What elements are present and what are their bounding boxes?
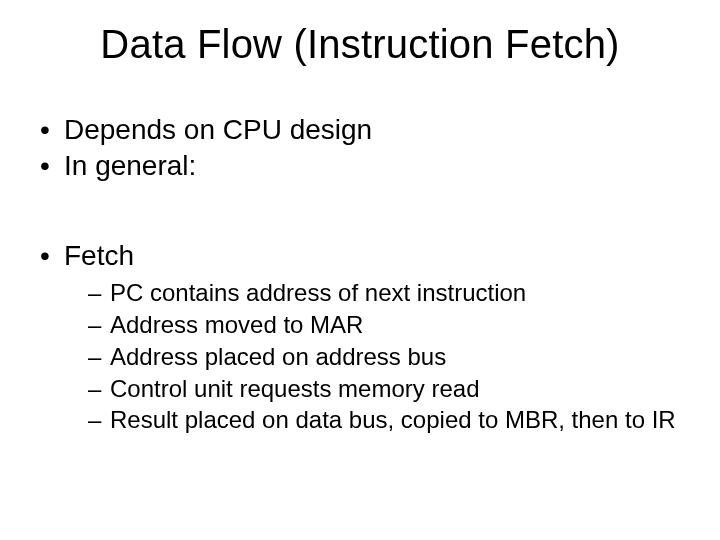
bullet-item-label: Fetch	[64, 240, 134, 271]
bullet-item: Depends on CPU design	[36, 112, 684, 148]
bullet-list-level1: Depends on CPU design In general: Fetch …	[36, 112, 684, 436]
bullet-item: Fetch PC contains address of next instru…	[36, 238, 684, 436]
sub-bullet-item: PC contains address of next instruction	[88, 277, 684, 309]
slide: Data Flow (Instruction Fetch) Depends on…	[0, 0, 720, 540]
bullet-list-level2: PC contains address of next instruction …	[64, 277, 684, 435]
sub-bullet-item: Address placed on address bus	[88, 341, 684, 373]
sub-bullet-item: Result placed on data bus, copied to MBR…	[88, 404, 684, 436]
slide-title: Data Flow (Instruction Fetch)	[0, 22, 720, 67]
slide-body: Depends on CPU design In general: Fetch …	[36, 112, 684, 436]
bullet-item: In general:	[36, 148, 684, 184]
sub-bullet-item: Address moved to MAR	[88, 309, 684, 341]
sub-bullet-item: Control unit requests memory read	[88, 373, 684, 405]
